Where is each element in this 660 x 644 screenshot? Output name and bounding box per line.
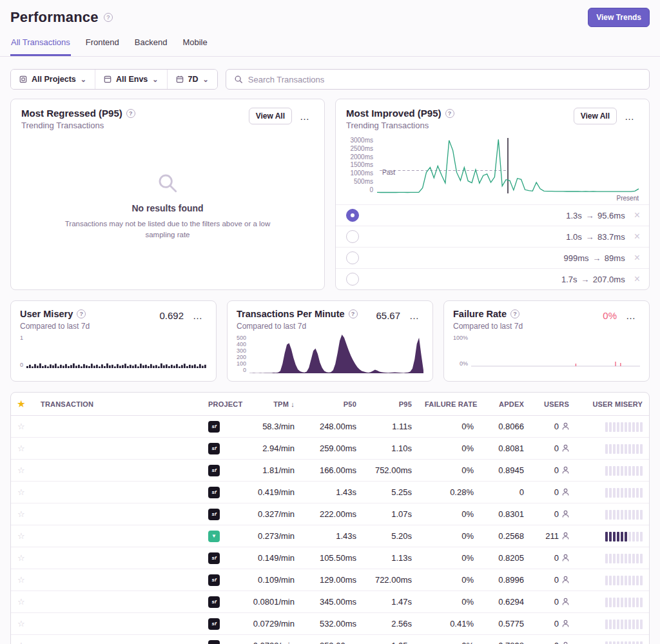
star-empty-icon[interactable]: ☆ bbox=[17, 422, 25, 431]
radio-button[interactable] bbox=[346, 209, 359, 222]
trending-transaction-row[interactable]: 999ms → 89ms × bbox=[336, 247, 649, 268]
trending-transaction-row[interactable]: 1.3s → 95.6ms × bbox=[336, 204, 649, 226]
view-all-button[interactable]: View All bbox=[249, 108, 292, 124]
view-all-button[interactable]: View All bbox=[574, 108, 617, 124]
trending-transaction-row[interactable]: 1.7s → 207.0ms × bbox=[336, 268, 649, 289]
transaction-name-cell[interactable] bbox=[34, 635, 202, 644]
axis-tick: 0% bbox=[460, 360, 468, 367]
tab[interactable]: Backend bbox=[134, 34, 168, 56]
transaction-row[interactable]: ☆ sf 0.0722/min 252.00ms 1.05s 0% 0.7898… bbox=[11, 635, 649, 644]
tpm-title: Transactions Per Minute bbox=[237, 309, 345, 319]
radio-button[interactable] bbox=[346, 230, 359, 243]
more-options-button[interactable]: … bbox=[622, 309, 640, 322]
star-empty-icon[interactable]: ☆ bbox=[17, 575, 25, 585]
transaction-row[interactable]: ☆ sf 2.94/min 259.00ms 1.10s 0% 0.8081 0 bbox=[11, 438, 649, 460]
transaction-row[interactable]: ☆ sf 0.0729/min 532.00ms 2.56s 0.41% 0.5… bbox=[11, 613, 649, 635]
transaction-name-cell[interactable] bbox=[34, 613, 202, 635]
trending-transaction-row[interactable]: 1.0s → 83.7ms × bbox=[336, 226, 649, 247]
radio-button[interactable] bbox=[346, 273, 359, 286]
header-p50[interactable]: P50 bbox=[301, 393, 363, 416]
environment-filter-button[interactable]: All Envs ⌄ bbox=[95, 70, 167, 89]
misery-bar bbox=[609, 466, 612, 476]
more-options-button[interactable]: … bbox=[405, 309, 423, 322]
header-p95[interactable]: P95 bbox=[363, 393, 418, 416]
help-icon[interactable]: ? bbox=[77, 309, 86, 318]
star-empty-icon[interactable]: ☆ bbox=[17, 619, 25, 629]
user-icon bbox=[562, 620, 569, 628]
project-filter-button[interactable]: All Projects ⌄ bbox=[11, 70, 95, 89]
transaction-name-cell[interactable] bbox=[34, 503, 202, 525]
search-input[interactable] bbox=[248, 75, 641, 84]
tab[interactable]: All Transactions bbox=[10, 34, 71, 56]
star-filled-icon[interactable]: ★ bbox=[17, 399, 25, 409]
transaction-name-cell[interactable] bbox=[34, 525, 202, 547]
tab[interactable]: Frontend bbox=[85, 34, 120, 56]
view-trends-button[interactable]: View Trends bbox=[588, 8, 650, 27]
more-options-button[interactable]: … bbox=[189, 309, 207, 322]
failure-rate-cell: 0% bbox=[418, 635, 480, 644]
misery-bar bbox=[617, 554, 619, 563]
transaction-row[interactable]: ☆ sf 0.149/min 105.50ms 1.13s 0% 0.8205 … bbox=[11, 547, 649, 569]
star-empty-icon[interactable]: ☆ bbox=[17, 553, 25, 563]
transaction-name-cell[interactable] bbox=[34, 547, 202, 569]
star-empty-icon[interactable]: ☆ bbox=[17, 487, 25, 497]
misery-bar bbox=[625, 598, 627, 607]
misery-bars bbox=[605, 488, 643, 498]
transaction-row[interactable]: ☆ sf 0.109/min 129.00ms 722.00ms 0% 0.89… bbox=[11, 569, 649, 591]
close-icon[interactable]: × bbox=[634, 210, 640, 220]
star-empty-icon[interactable]: ☆ bbox=[17, 465, 25, 475]
header-users[interactable]: USERS bbox=[530, 393, 576, 416]
header-transaction[interactable]: TRANSACTION bbox=[34, 393, 202, 416]
close-icon[interactable]: × bbox=[634, 274, 640, 284]
transaction-row[interactable]: ☆ sf 58.3/min 248.00ms 1.11s 0% 0.8066 0 bbox=[11, 416, 649, 438]
p50-cell: 345.00ms bbox=[301, 591, 363, 613]
transaction-row[interactable]: ☆ ▼ 0.273/min 1.43s 5.20s 0% 0.2568 211 bbox=[11, 525, 649, 547]
date-range-filter-button[interactable]: 7D ⌄ bbox=[167, 70, 217, 89]
header-failure-rate[interactable]: FAILURE RATE bbox=[418, 393, 480, 416]
card-subtitle: Compared to last 7d bbox=[453, 322, 523, 331]
more-options-button[interactable]: … bbox=[621, 110, 639, 123]
users-count: 0 bbox=[554, 641, 559, 644]
header-apdex[interactable]: APDEX bbox=[480, 393, 530, 416]
help-icon[interactable]: ? bbox=[126, 109, 135, 118]
star-empty-icon[interactable]: ☆ bbox=[17, 597, 25, 607]
transaction-name-cell[interactable] bbox=[34, 416, 202, 438]
star-empty-icon[interactable]: ☆ bbox=[17, 444, 25, 453]
failure-rate-cell: 0% bbox=[418, 503, 480, 525]
misery-bar bbox=[632, 532, 635, 542]
help-icon[interactable]: ? bbox=[510, 309, 519, 318]
help-icon[interactable]: ? bbox=[349, 309, 358, 318]
transaction-name-cell[interactable] bbox=[34, 591, 202, 613]
user-misery-cell bbox=[576, 503, 649, 525]
transaction-name-cell[interactable] bbox=[34, 460, 202, 482]
projects-icon bbox=[19, 75, 27, 83]
transaction-row[interactable]: ☆ sf 0.327/min 222.00ms 1.07s 0% 0.8301 … bbox=[11, 503, 649, 525]
transaction-row[interactable]: ☆ sf 0.419/min 1.43s 5.25s 0.28% 0 0 bbox=[11, 482, 649, 503]
header-user-misery[interactable]: USER MISERY bbox=[576, 393, 649, 416]
star-empty-icon[interactable]: ☆ bbox=[17, 531, 25, 541]
transaction-name-cell[interactable] bbox=[34, 438, 202, 460]
header-project[interactable]: PROJECT bbox=[202, 393, 239, 416]
close-icon[interactable]: × bbox=[634, 231, 640, 242]
help-icon[interactable]: ? bbox=[104, 13, 113, 22]
help-icon[interactable]: ? bbox=[445, 109, 454, 118]
tab-label: All Transactions bbox=[11, 37, 70, 47]
misery-bar bbox=[617, 466, 619, 476]
misery-bar bbox=[625, 641, 627, 644]
transaction-row[interactable]: ☆ sf 1.81/min 166.00ms 752.00ms 0% 0.894… bbox=[11, 460, 649, 482]
transaction-name-cell[interactable] bbox=[34, 482, 202, 503]
search-magnifier-icon bbox=[157, 172, 179, 197]
header-tpm[interactable]: TPM ↓ bbox=[239, 393, 301, 416]
transaction-row[interactable]: ☆ sf 0.0801/min 345.00ms 1.47s 0% 0.6294… bbox=[11, 591, 649, 613]
tab[interactable]: Mobile bbox=[182, 34, 208, 56]
tpm-value: 65.67 bbox=[376, 310, 400, 321]
star-empty-icon[interactable]: ☆ bbox=[17, 641, 25, 644]
misery-bar bbox=[636, 620, 639, 629]
transaction-name-cell[interactable] bbox=[34, 569, 202, 591]
more-options-button[interactable]: … bbox=[296, 110, 314, 123]
radio-button[interactable] bbox=[346, 251, 359, 264]
star-empty-icon[interactable]: ☆ bbox=[17, 509, 25, 519]
trend-row-right: 1.7s → 207.0ms × bbox=[561, 274, 640, 284]
close-icon[interactable]: × bbox=[634, 253, 640, 263]
misery-bar bbox=[609, 488, 612, 498]
